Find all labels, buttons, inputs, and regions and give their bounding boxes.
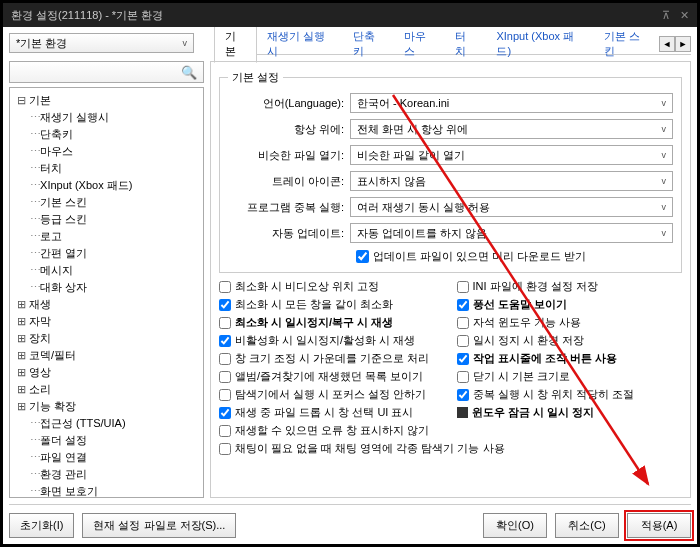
chevron-down-icon: v: [183, 38, 188, 48]
footer: 초기화(I) 현재 설정 파일로 저장(S)... 확인(O) 취소(C) 적용…: [9, 504, 691, 538]
tree-item[interactable]: 환경 관리: [12, 466, 201, 483]
option-checkbox[interactable]: 재생 중 파일 드롭 시 창 선택 UI 표시: [219, 405, 445, 420]
pin-icon[interactable]: ⊼: [662, 9, 670, 22]
init-button[interactable]: 초기화(I): [9, 513, 74, 538]
tree-item[interactable]: 재생기 실행시: [12, 109, 201, 126]
tabstrip: 기본 재생기 실행시 단축키 마우스 터치 XInput (Xbox 패드) 기…: [214, 33, 691, 55]
search-input[interactable]: 🔍: [9, 61, 204, 83]
tray-combo[interactable]: 표시하지 않음v: [350, 171, 673, 191]
chevron-down-icon: v: [662, 176, 667, 186]
tab-basic[interactable]: 기본: [214, 27, 257, 63]
dup-combo[interactable]: 여러 재생기 동시 실행 허용v: [350, 197, 673, 217]
chevron-down-icon: v: [662, 202, 667, 212]
tree-item[interactable]: 마우스: [12, 143, 201, 160]
tree-item[interactable]: XInput (Xbox 패드): [12, 177, 201, 194]
tree-item[interactable]: ⊞ 소리: [12, 381, 201, 398]
tree-item[interactable]: 파일 연결: [12, 449, 201, 466]
save-button[interactable]: 현재 설정 파일로 저장(S)...: [82, 513, 236, 538]
tab-scroll-left[interactable]: ◄: [659, 36, 675, 52]
option-checkbox[interactable]: 비활성화 시 일시정지/활성화 시 재생: [219, 333, 445, 348]
tree-item[interactable]: 등급 스킨: [12, 211, 201, 228]
basic-legend: 기본 설정: [228, 70, 283, 85]
option-checkbox[interactable]: 재생할 수 있으면 오류 창 표시하지 않기: [219, 423, 682, 438]
chevron-down-icon: v: [662, 150, 667, 160]
tab-xinput[interactable]: XInput (Xbox 패드): [486, 27, 594, 62]
ontop-label: 항상 위에:: [228, 122, 350, 137]
tree-item[interactable]: 폴더 설정: [12, 432, 201, 449]
option-checkbox[interactable]: 탐색기에서 실행 시 포커스 설정 안하기: [219, 387, 445, 402]
tree-item[interactable]: 로고: [12, 228, 201, 245]
tab-scroll-right[interactable]: ►: [675, 36, 691, 52]
titlebar: 환경 설정(211118) - *기본 환경 ⊼ ✕: [3, 3, 697, 27]
chevron-down-icon: v: [662, 228, 667, 238]
option-checkbox[interactable]: 풍선 도움말 보이기: [457, 297, 683, 312]
tree-item[interactable]: 터치: [12, 160, 201, 177]
ontop-combo[interactable]: 전체 화면 시 항상 위에v: [350, 119, 673, 139]
option-checkbox[interactable]: 작업 표시줄에 조작 버튼 사용: [457, 351, 683, 366]
language-combo[interactable]: 한국어 - Korean.iniv: [350, 93, 673, 113]
tree-item[interactable]: ⊞ 영상: [12, 364, 201, 381]
language-label: 언어(Language):: [228, 96, 350, 111]
similar-combo[interactable]: 비슷한 파일 같이 열기v: [350, 145, 673, 165]
option-checkbox[interactable]: 앨범/즐겨찾기에 재생했던 목록 보이기: [219, 369, 445, 384]
option-checkbox[interactable]: 자석 윈도우 기능 사용: [457, 315, 683, 330]
tab-onplay[interactable]: 재생기 실행시: [257, 27, 343, 62]
option-checkbox[interactable]: 중복 실행 시 창 위치 적당히 조절: [457, 387, 683, 402]
tree-item[interactable]: ⊞ 코덱/필터: [12, 347, 201, 364]
tree-item[interactable]: 기본 스킨: [12, 194, 201, 211]
basic-fieldset: 기본 설정 언어(Language): 한국어 - Korean.iniv 항상…: [219, 70, 682, 273]
tray-label: 트레이 아이콘:: [228, 174, 350, 189]
tree-item[interactable]: ⊞ 장치: [12, 330, 201, 347]
tree-item[interactable]: 간편 열기: [12, 245, 201, 262]
tree-item[interactable]: 단축키: [12, 126, 201, 143]
tree-item[interactable]: 접근성 (TTS/UIA): [12, 415, 201, 432]
tab-touch[interactable]: 터치: [445, 27, 486, 62]
tab-skin[interactable]: 기본 스킨: [594, 27, 659, 62]
environment-combo-value: *기본 환경: [16, 36, 67, 51]
settings-panel: 기본 설정 언어(Language): 한국어 - Korean.iniv 항상…: [210, 61, 691, 498]
option-checkbox[interactable]: 최소화 시 일시정지/복구 시 재생: [219, 315, 445, 330]
tree-item[interactable]: ⊞ 재생: [12, 296, 201, 313]
tree-item[interactable]: 메시지: [12, 262, 201, 279]
option-checkbox[interactable]: 윈도우 잠금 시 일시 정지: [457, 405, 683, 420]
tree-item[interactable]: ⊞ 기능 확장: [12, 398, 201, 415]
apply-button[interactable]: 적용(A): [627, 513, 691, 538]
option-checkbox[interactable]: 닫기 시 기본 크기로: [457, 369, 683, 384]
tree-item[interactable]: 화면 보호기: [12, 483, 201, 498]
option-checkbox[interactable]: 최소화 시 비디오상 위치 고정: [219, 279, 445, 294]
chevron-down-icon: v: [662, 124, 667, 134]
chevron-down-icon: v: [662, 98, 667, 108]
cancel-button[interactable]: 취소(C): [555, 513, 619, 538]
tree-item[interactable]: ⊟ 기본: [12, 92, 201, 109]
tab-shortcut[interactable]: 단축키: [343, 27, 394, 62]
environment-combo[interactable]: *기본 환경 v: [9, 33, 194, 53]
window-title: 환경 설정(211118) - *기본 환경: [11, 8, 163, 23]
option-checkbox[interactable]: 최소화 시 모든 창을 같이 최소화: [219, 297, 445, 312]
update-label: 자동 업데이트:: [228, 226, 350, 241]
option-checkbox[interactable]: 일시 정지 시 환경 저장: [457, 333, 683, 348]
close-icon[interactable]: ✕: [680, 9, 689, 22]
ok-button[interactable]: 확인(O): [483, 513, 547, 538]
options-grid: 최소화 시 비디오상 위치 고정INI 파일에 환경 설정 저장최소화 시 모든…: [219, 279, 682, 456]
tab-mouse[interactable]: 마우스: [394, 27, 445, 62]
dup-label: 프로그램 중복 실행:: [228, 200, 350, 215]
option-checkbox[interactable]: INI 파일에 환경 설정 저장: [457, 279, 683, 294]
option-checkbox[interactable]: 창 크기 조정 시 가운데를 기준으로 처리: [219, 351, 445, 366]
update-combo[interactable]: 자동 업데이트를 하지 않음v: [350, 223, 673, 243]
search-icon: 🔍: [181, 65, 197, 80]
similar-label: 비슷한 파일 열기:: [228, 148, 350, 163]
category-tree[interactable]: ⊟ 기본재생기 실행시단축키마우스터치XInput (Xbox 패드)기본 스킨…: [9, 87, 204, 498]
tree-item[interactable]: ⊞ 자막: [12, 313, 201, 330]
option-checkbox[interactable]: 채팅이 필요 없을 때 채팅 영역에 각종 탐색기 기능 사용: [219, 441, 682, 456]
update-dl-checkbox[interactable]: [356, 250, 369, 263]
tree-item[interactable]: 대화 상자: [12, 279, 201, 296]
update-dl-label: 업데이트 파일이 있으면 미리 다운로드 받기: [373, 249, 586, 264]
